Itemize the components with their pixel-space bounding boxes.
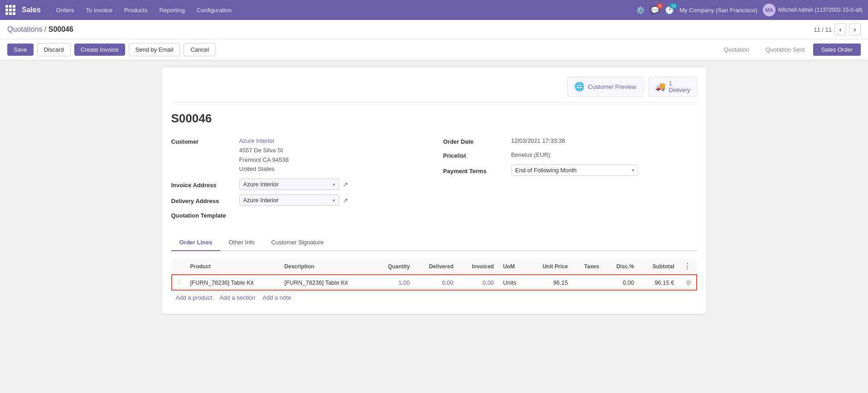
col-options-icon[interactable]: ⋮ — [684, 262, 691, 270]
payment-terms-select[interactable]: End of Following Month — [511, 165, 638, 176]
cancel-button[interactable]: Cancel — [184, 43, 215, 56]
order-date-label: Order Date — [443, 136, 511, 145]
invoice-address-wrapper: Azure Interior — [239, 179, 339, 190]
col-delivered: Delivered — [414, 258, 458, 275]
status-quotation[interactable]: Quotation — [716, 44, 757, 56]
row-actions-cell: 🗑 — [679, 275, 697, 290]
settings-icon[interactable]: ⚙️ — [636, 6, 645, 15]
quantity-cell[interactable]: 1.00 — [374, 275, 414, 290]
delete-row-icon[interactable]: 🗑 — [685, 279, 692, 286]
add-section-link[interactable]: Add a section — [219, 294, 255, 301]
user-name: Mitchell Admin (11372002-15-0-all) — [778, 7, 863, 13]
col-subtotal: Subtotal — [639, 258, 679, 275]
customer-address3: United States — [239, 165, 275, 172]
col-taxes: Taxes — [572, 258, 604, 275]
pricelist-field: Pricelist Benelux (EUR) — [443, 150, 697, 160]
delivery-label: 1 Delivery — [669, 80, 690, 93]
app-name[interactable]: Sales — [22, 6, 41, 14]
pagination-prev[interactable]: ‹ — [834, 24, 846, 35]
top-navigation: Sales Orders To Invoice Products Reporti… — [0, 0, 868, 20]
delivery-button[interactable]: 🚚 1 Delivery — [649, 77, 697, 97]
document-title: S00046 — [171, 112, 697, 126]
messages-icon[interactable]: 💬 6 — [650, 6, 659, 15]
invoice-address-control: Azure Interior ↗ — [239, 179, 348, 190]
status-bar: Quotation Quotation Sent Sales Order — [716, 44, 861, 56]
pagination-text: 11 / 11 — [814, 26, 832, 33]
add-note-link[interactable]: Add a note — [262, 294, 291, 301]
invoice-address-ext-link[interactable]: ↗ — [343, 181, 348, 188]
document-card: 🌐 Customer Preview 🚚 1 Delivery S00046 C… — [162, 68, 706, 314]
app-grid-icon[interactable] — [5, 5, 15, 15]
payment-terms-field: Payment Terms End of Following Month — [443, 165, 697, 176]
description-cell[interactable]: [FURN_78236] Table Kit — [280, 275, 374, 290]
order-date-field: Order Date 12/03/2021 17:33:38 — [443, 136, 697, 146]
unit-price-cell[interactable]: 96.15 — [528, 275, 572, 290]
invoice-address-select[interactable]: Azure Interior — [239, 179, 339, 190]
discard-button[interactable]: Discard — [37, 43, 71, 56]
customer-preview-button[interactable]: 🌐 Customer Preview — [567, 77, 643, 97]
invoice-address-field: Invoice Address Azure Interior ↗ — [171, 179, 425, 190]
col-quantity: Quantity — [374, 258, 414, 275]
order-lines-table: Product Description Quantity Delivered I… — [171, 258, 697, 291]
delivery-address-wrapper: Azure Interior — [239, 194, 339, 206]
customer-address2: Fremont CA 94538 — [239, 156, 289, 163]
nav-reporting[interactable]: Reporting — [155, 0, 189, 20]
delivery-address-field: Delivery Address Azure Interior ↗ — [171, 194, 425, 206]
product-cell[interactable]: [FURN_78236] Table Kit — [186, 275, 280, 290]
form-fields: Customer Azure Interior 4557 De Silva St… — [171, 136, 697, 223]
truck-icon: 🚚 — [655, 82, 665, 92]
nav-products[interactable]: Products — [120, 0, 152, 20]
status-sales-order[interactable]: Sales Order — [813, 44, 861, 56]
nav-orders[interactable]: Orders — [52, 0, 79, 20]
tab-bar: Order Lines Other Info Customer Signatur… — [171, 234, 697, 251]
delivery-address-ext-link[interactable]: ↗ — [343, 197, 348, 204]
pricelist-value[interactable]: Benelux (EUR) — [511, 150, 551, 160]
customer-address1: 4557 De Silva St — [239, 147, 283, 154]
action-buttons: Save Discard Create Invoice Send by Emai… — [7, 43, 216, 56]
pagination-next[interactable]: › — [849, 24, 861, 35]
disc-cell[interactable]: 0.00 — [604, 275, 639, 290]
order-date-value[interactable]: 12/03/2021 17:33:38 — [511, 136, 565, 146]
customer-preview-label: Customer Preview — [588, 83, 636, 90]
col-menu: ⋮ — [679, 258, 697, 275]
messages-badge: 6 — [657, 3, 663, 9]
tab-other-info[interactable]: Other Info — [220, 234, 263, 251]
create-invoice-button[interactable]: Create Invoice — [74, 44, 125, 56]
col-uom: UoM — [499, 258, 528, 275]
taxes-cell[interactable] — [572, 275, 604, 290]
delivered-cell: 0.00 — [414, 275, 458, 290]
col-description: Description — [280, 258, 374, 275]
smart-buttons: 🌐 Customer Preview 🚚 1 Delivery — [171, 77, 697, 102]
col-product: Product — [186, 258, 280, 275]
globe-icon: 🌐 — [574, 82, 584, 92]
activities-icon[interactable]: 🕐 19 — [665, 6, 674, 15]
customer-field: Customer Azure Interior 4557 De Silva St… — [171, 136, 425, 174]
add-links-bar: Add a product Add a section Add a note — [171, 291, 697, 305]
quotation-template-label: Quotation Template — [171, 210, 239, 219]
activities-badge: 19 — [669, 3, 678, 9]
invoiced-cell: 0.00 — [458, 275, 498, 290]
delivery-address-select[interactable]: Azure Interior — [239, 194, 339, 206]
nav-configuration[interactable]: Configuration — [192, 0, 236, 20]
breadcrumb-parent[interactable]: Quotations — [7, 25, 42, 33]
nav-to-invoice[interactable]: To Invoice — [82, 0, 117, 20]
payment-terms-wrapper: End of Following Month — [511, 165, 638, 176]
user-menu[interactable]: MA Mitchell Admin (11372002-15-0-all) — [763, 4, 863, 16]
main-content: 🌐 Customer Preview 🚚 1 Delivery S00046 C… — [0, 60, 868, 321]
table-header: Product Description Quantity Delivered I… — [172, 258, 697, 275]
tab-order-lines[interactable]: Order Lines — [171, 234, 221, 251]
uom-cell[interactable]: Units — [499, 275, 528, 290]
drag-handle-icon[interactable]: ⠿ — [177, 279, 181, 286]
company-name: My Company (San Francisco) — [679, 7, 757, 14]
quotation-template-field: Quotation Template — [171, 210, 425, 219]
col-drag — [172, 258, 186, 275]
customer-value: Azure Interior 4557 De Silva St Fremont … — [239, 136, 289, 174]
add-product-link[interactable]: Add a product — [176, 294, 213, 301]
action-bar: Save Discard Create Invoice Send by Emai… — [0, 39, 868, 60]
col-unit-price: Unit Price — [528, 258, 572, 275]
customer-name-link[interactable]: Azure Interior — [239, 137, 275, 144]
save-button[interactable]: Save — [7, 44, 34, 56]
tab-customer-signature[interactable]: Customer Signature — [263, 234, 332, 251]
send-by-email-button[interactable]: Send by Email — [129, 43, 180, 56]
status-quotation-sent[interactable]: Quotation Sent — [757, 44, 813, 56]
